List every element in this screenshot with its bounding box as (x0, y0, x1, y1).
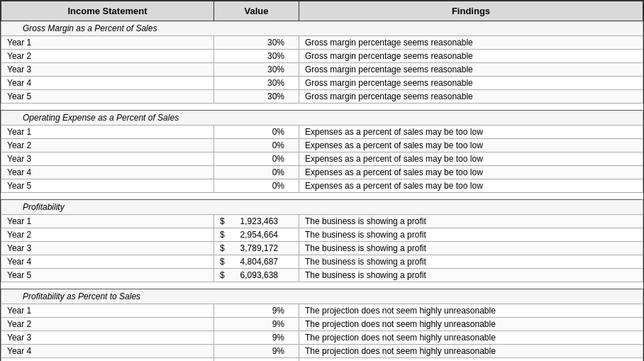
year-label: Year 3 (1, 63, 214, 77)
year-label: Year 1 (1, 126, 214, 139)
table-row: Year 4$4,804,687The business is showing … (1, 255, 643, 269)
value-cell: $6,093,638 (214, 269, 299, 282)
finding-cell: Expenses as a percent of sales may be to… (299, 179, 643, 193)
year-label: Year 3 (1, 242, 214, 255)
year-label: Year 4 (1, 255, 214, 269)
year-label: Year 5 (1, 179, 214, 193)
year-label: Year 1 (1, 36, 214, 50)
year-label: Year 1 (1, 304, 214, 318)
year-label: Year 4 (1, 166, 214, 179)
table-row: Year 20%Expenses as a percent of sales m… (1, 139, 643, 152)
value-cell: 0% (214, 139, 299, 152)
finding-cell: The projection does not seem highly unre… (299, 318, 643, 331)
year-label: Year 4 (1, 77, 214, 90)
value-cell: 30% (214, 63, 299, 77)
value-cell: 9% (214, 358, 299, 362)
table-row: Year 130%Gross margin percentage seems r… (1, 36, 643, 50)
finding-cell: Gross margin percentage seems reasonable (299, 90, 643, 104)
section-title: Gross Margin as a Percent of Sales (1, 21, 643, 36)
value-cell: 9% (214, 331, 299, 345)
value-cell: 0% (214, 126, 299, 139)
header-value: Value (214, 1, 299, 21)
value-cell: 30% (214, 36, 299, 50)
table-row: Year 3$3,789,172The business is showing … (1, 242, 643, 255)
value-cell: $2,954,664 (214, 228, 299, 242)
section-header-row: Gross Margin as a Percent of Sales (1, 21, 643, 36)
year-label: Year 3 (1, 331, 214, 345)
value-cell: 0% (214, 166, 299, 179)
table-row: Year 330%Gross margin percentage seems r… (1, 63, 643, 77)
value-cell: 30% (214, 90, 299, 104)
finding-cell: The projection does not seem highly unre… (299, 358, 643, 362)
table-row: Year 19%The projection does not seem hig… (1, 304, 643, 318)
value-cell: 30% (214, 50, 299, 63)
value-cell: 9% (214, 345, 299, 358)
value-cell: 0% (214, 179, 299, 193)
finding-cell: The business is showing a profit (299, 255, 643, 269)
value-cell: $4,804,687 (214, 255, 299, 269)
finding-cell: Expenses as a percent of sales may be to… (299, 166, 643, 179)
value-cell: $3,789,172 (214, 242, 299, 255)
table-row: Year 50%Expenses as a percent of sales m… (1, 179, 643, 193)
year-label: Year 4 (1, 345, 214, 358)
table-row: Year 1$1,923,463The business is showing … (1, 215, 643, 228)
year-label: Year 1 (1, 215, 214, 228)
section-header-row: Operating Expense as a Percent of Sales (1, 111, 643, 126)
value-cell: 0% (214, 152, 299, 166)
finding-cell: Expenses as a percent of sales may be to… (299, 139, 643, 152)
spacer-row (1, 104, 643, 111)
main-table: Income Statement Value Findings Gross Ma… (0, 0, 644, 361)
year-label: Year 3 (1, 152, 214, 166)
header-income-statement: Income Statement (1, 1, 214, 21)
table-row: Year 10%Expenses as a percent of sales m… (1, 126, 643, 139)
header-findings: Findings (299, 1, 643, 21)
table-row: Year 29%The projection does not seem hig… (1, 318, 643, 331)
finding-cell: Expenses as a percent of sales may be to… (299, 152, 643, 166)
year-label: Year 2 (1, 228, 214, 242)
spacer-row (1, 193, 643, 200)
section-header-row: Profitability (1, 200, 643, 215)
year-label: Year 5 (1, 269, 214, 282)
table-row: Year 40%Expenses as a percent of sales m… (1, 166, 643, 179)
year-label: Year 5 (1, 358, 214, 362)
table-row: Year 530%Gross margin percentage seems r… (1, 90, 643, 104)
year-label: Year 2 (1, 50, 214, 63)
section-header-row: Profitability as Percent to Sales (1, 289, 643, 304)
value-cell: 30% (214, 77, 299, 90)
table-row: Year 2$2,954,664The business is showing … (1, 228, 643, 242)
table-row: Year 59%The projection does not seem hig… (1, 358, 643, 362)
year-label: Year 2 (1, 139, 214, 152)
table-row: Year 430%Gross margin percentage seems r… (1, 77, 643, 90)
value-cell: $1,923,463 (214, 215, 299, 228)
finding-cell: Gross margin percentage seems reasonable (299, 50, 643, 63)
finding-cell: Gross margin percentage seems reasonable (299, 36, 643, 50)
finding-cell: The business is showing a profit (299, 215, 643, 228)
finding-cell: Expenses as a percent of sales may be to… (299, 126, 643, 139)
section-title: Profitability as Percent to Sales (1, 289, 643, 304)
year-label: Year 5 (1, 90, 214, 104)
finding-cell: The projection does not seem highly unre… (299, 304, 643, 318)
finding-cell: The projection does not seem highly unre… (299, 331, 643, 345)
value-cell: 9% (214, 304, 299, 318)
finding-cell: The projection does not seem highly unre… (299, 345, 643, 358)
table-row: Year 39%The projection does not seem hig… (1, 331, 643, 345)
finding-cell: Gross margin percentage seems reasonable (299, 77, 643, 90)
section-title: Operating Expense as a Percent of Sales (1, 111, 643, 126)
table-row: Year 5$6,093,638The business is showing … (1, 269, 643, 282)
finding-cell: Gross margin percentage seems reasonable (299, 63, 643, 77)
section-title: Profitability (1, 200, 643, 215)
table-row: Year 49%The projection does not seem hig… (1, 345, 643, 358)
finding-cell: The business is showing a profit (299, 269, 643, 282)
value-cell: 9% (214, 318, 299, 331)
table-row: Year 230%Gross margin percentage seems r… (1, 50, 643, 63)
year-label: Year 2 (1, 318, 214, 331)
spacer-row (1, 282, 643, 289)
finding-cell: The business is showing a profit (299, 228, 643, 242)
table-row: Year 30%Expenses as a percent of sales m… (1, 152, 643, 166)
finding-cell: The business is showing a profit (299, 242, 643, 255)
